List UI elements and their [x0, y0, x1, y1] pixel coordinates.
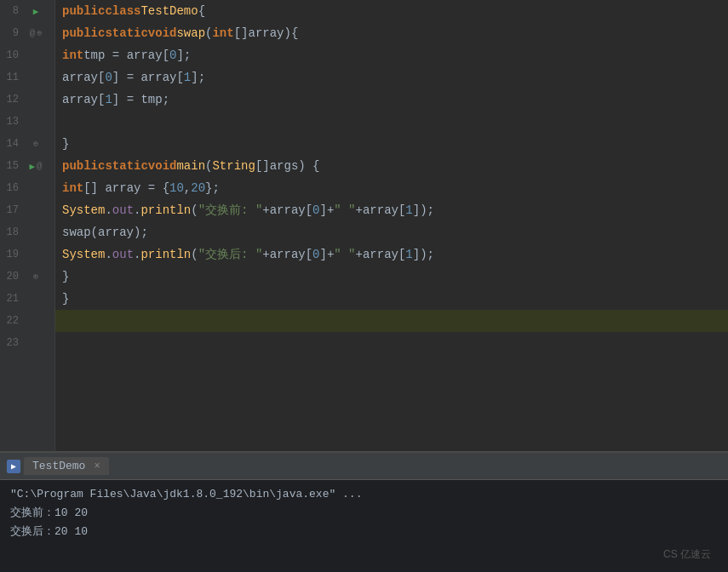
- plain-token: [] array = {: [83, 181, 169, 195]
- gutter-row: 20⊕: [0, 266, 54, 288]
- kw-token: int: [62, 49, 83, 62]
- plain-token: []: [255, 159, 270, 173]
- plain-token: +array[: [356, 203, 406, 217]
- kw-token: int: [212, 26, 233, 40]
- class-name-token: System: [62, 203, 105, 217]
- gutter-row: 12: [0, 89, 54, 111]
- plain-token: ]);: [413, 203, 434, 217]
- plain-token: ]+: [320, 248, 335, 261]
- field-token: out: [112, 248, 134, 261]
- plain-token: array[: [62, 93, 105, 106]
- line-number: 8: [0, 5, 24, 17]
- method-token: println: [140, 203, 191, 217]
- param-token: array: [249, 26, 284, 40]
- line-number: 22: [0, 315, 24, 327]
- terminal-tab-label: TestDemo: [32, 460, 85, 472]
- str-token: "交换前: ": [198, 203, 263, 218]
- line-number: 17: [0, 204, 24, 216]
- gutter-row: 14⊕: [0, 133, 54, 155]
- run-icon[interactable]: ▶: [33, 6, 39, 17]
- terminal-tab-bar: ▶ TestDemo ×: [0, 453, 728, 480]
- num-token: 1: [105, 93, 112, 106]
- bookmark-icon: @: [37, 161, 43, 171]
- gutter-icons: ⊕: [24, 139, 48, 149]
- plain-token: ] = tmp;: [112, 93, 169, 106]
- gutter-row: 22: [0, 310, 54, 332]
- kw-token: class: [105, 4, 140, 18]
- gutter-row: 9@⊕: [0, 22, 54, 44]
- code-line: public static void swap(int[] array){: [55, 22, 728, 44]
- plain-token: +array[: [262, 203, 312, 217]
- str-token: "交换后: ": [198, 247, 263, 262]
- gutter-icons: @⊕: [24, 28, 48, 38]
- code-container: 8▶9@⊕1011121314⊕15▶@1617181920⊕212223 pu…: [0, 0, 728, 451]
- gutter-row: 16: [0, 177, 54, 199]
- lock-icon: ⊕: [33, 139, 38, 149]
- method-token: swap: [176, 26, 205, 40]
- terminal-content: "C:\Program Files\Java\jdk1.8.0_192\bin\…: [0, 480, 728, 572]
- line-number: 14: [0, 138, 24, 150]
- num-token: 0: [312, 248, 319, 261]
- code-line: [55, 332, 728, 354]
- class-name-token: System: [62, 248, 105, 261]
- plain-token: ){: [284, 26, 299, 40]
- bookmark-icon: @: [30, 28, 36, 38]
- kw-token: int: [62, 181, 83, 195]
- gutter-icons: ▶: [24, 6, 48, 17]
- terminal-line: 交换前：10 20: [10, 504, 718, 523]
- line-number: 12: [0, 94, 24, 106]
- class-name-token: TestDemo: [140, 4, 198, 18]
- code-line: array[1] = tmp;: [55, 89, 728, 111]
- line-number: 11: [0, 72, 24, 83]
- plain-token: (: [191, 248, 198, 261]
- plain-token: (: [191, 203, 198, 217]
- plain-token: }: [62, 292, 69, 306]
- code-line: public static void main(String[] args) {: [55, 155, 728, 177]
- gutter-row: 8▶: [0, 0, 54, 22]
- num-token: 10: [169, 181, 184, 195]
- plain-token: ];: [176, 49, 191, 62]
- run-icon[interactable]: ▶: [29, 161, 35, 172]
- kw-token: void: [148, 159, 177, 173]
- str-token: " ": [334, 203, 355, 217]
- code-line: }: [55, 288, 728, 310]
- code-line: int tmp = array[0];: [55, 44, 728, 66]
- line-gutter: 8▶9@⊕1011121314⊕15▶@1617181920⊕212223: [0, 0, 55, 451]
- plain-token: .: [105, 248, 112, 261]
- plain-token: };: [205, 181, 220, 195]
- terminal-line: 交换后：20 10: [10, 523, 718, 541]
- kw-token: public: [62, 159, 105, 173]
- gutter-icons: ▶@: [24, 161, 48, 172]
- line-number: 10: [0, 49, 24, 61]
- terminal-tab[interactable]: TestDemo ×: [24, 457, 109, 475]
- plain-token: (: [205, 26, 212, 40]
- plain-token: ,: [184, 181, 191, 195]
- plain-token: ]);: [413, 248, 434, 261]
- plain-token: ]+: [320, 203, 335, 217]
- gutter-row: 23: [0, 332, 54, 354]
- num-token: 1: [405, 203, 412, 217]
- method-token: println: [140, 248, 191, 261]
- terminal-tab-close[interactable]: ×: [94, 460, 100, 472]
- plain-token: tmp = array[: [83, 49, 169, 62]
- gutter-row: 19: [0, 243, 54, 266]
- line-number: 20: [0, 271, 24, 283]
- terminal-run-icon: ▶: [7, 460, 20, 473]
- kw-token: public: [62, 4, 105, 18]
- gutter-icons: ⊕: [24, 272, 48, 282]
- plain-token: {: [198, 4, 205, 18]
- line-number: 13: [0, 116, 24, 128]
- code-line: int[] array = {10,20};: [55, 177, 728, 199]
- plain-token: swap(array);: [62, 226, 148, 239]
- str-token: " ": [334, 248, 355, 261]
- line-number: 23: [0, 337, 24, 349]
- kw-token: static: [105, 159, 147, 173]
- kw-token: public: [62, 26, 105, 40]
- plain-token: +array[: [262, 248, 312, 261]
- line-number: 16: [0, 182, 24, 194]
- method-token: main: [176, 159, 205, 173]
- code-line: [55, 111, 728, 133]
- gutter-row: 18: [0, 221, 54, 243]
- plain-token: array[: [62, 71, 105, 84]
- watermark: CS 亿速云: [663, 547, 711, 562]
